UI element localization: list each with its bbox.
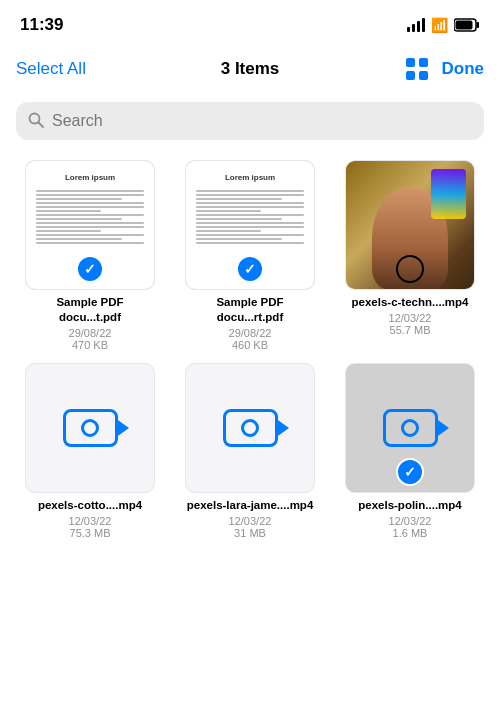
file-name: pexels-lara-jame....mp4 <box>185 498 315 513</box>
file-size: 55.7 MB <box>390 324 431 336</box>
selected-check-icon <box>76 255 104 283</box>
selected-check-icon <box>236 255 264 283</box>
svg-rect-6 <box>419 71 428 80</box>
file-name: Sample PDF docu...rt.pdf <box>185 295 315 325</box>
file-thumbnail <box>345 160 475 290</box>
file-date: 12/03/22 <box>389 312 432 324</box>
file-thumbnail <box>25 363 155 493</box>
toolbar-title: 3 Items <box>172 59 328 79</box>
video-icon <box>186 364 314 492</box>
list-item[interactable]: pexels-cotto....mp4 12/03/22 75.3 MB <box>16 363 164 539</box>
svg-line-8 <box>39 122 44 127</box>
file-name: pexels-c-techn....mp4 <box>345 295 475 310</box>
list-item[interactable]: pexels-polin....mp4 12/03/22 1.6 MB <box>336 363 484 539</box>
file-size: 75.3 MB <box>70 527 111 539</box>
file-date: 12/03/22 <box>69 515 112 527</box>
svg-rect-1 <box>477 22 480 28</box>
svg-rect-4 <box>419 58 428 67</box>
list-item[interactable]: pexels-c-techn....mp4 12/03/22 55.7 MB <box>336 160 484 351</box>
search-bar <box>16 102 484 140</box>
grid-view-icon[interactable] <box>406 58 428 80</box>
select-all-button[interactable]: Select All <box>16 59 172 79</box>
file-date: 29/08/22 <box>229 327 272 339</box>
file-size: 470 KB <box>72 339 108 351</box>
list-item[interactable]: Lorem ipsum <box>16 160 164 351</box>
svg-rect-2 <box>456 21 473 30</box>
file-size: 460 KB <box>232 339 268 351</box>
search-input[interactable] <box>52 112 472 130</box>
status-time: 11:39 <box>20 15 63 35</box>
svg-rect-3 <box>406 58 415 67</box>
file-date: 12/03/22 <box>229 515 272 527</box>
toolbar-right: Done <box>328 58 484 80</box>
video-icon <box>26 364 154 492</box>
file-name: Sample PDF docu...t.pdf <box>25 295 155 325</box>
list-item[interactable]: Lorem ipsum <box>176 160 324 351</box>
file-size: 31 MB <box>234 527 266 539</box>
file-date: 29/08/22 <box>69 327 112 339</box>
status-bar: 11:39 📶 <box>0 0 500 44</box>
battery-icon <box>454 18 480 32</box>
wifi-icon: 📶 <box>431 17 448 33</box>
files-grid: Lorem ipsum <box>0 152 500 555</box>
file-size: 1.6 MB <box>393 527 428 539</box>
unselected-circle-icon <box>396 255 424 283</box>
file-thumbnail: Lorem ipsum <box>25 160 155 290</box>
selected-check-icon <box>396 458 424 486</box>
file-thumbnail: Lorem ipsum <box>185 160 315 290</box>
toolbar: Select All 3 Items Done <box>0 44 500 94</box>
done-button[interactable]: Done <box>442 59 485 79</box>
svg-rect-5 <box>406 71 415 80</box>
file-thumbnail <box>185 363 315 493</box>
list-item[interactable]: pexels-lara-jame....mp4 12/03/22 31 MB <box>176 363 324 539</box>
file-name: pexels-cotto....mp4 <box>25 498 155 513</box>
search-icon <box>28 112 44 131</box>
file-thumbnail <box>345 363 475 493</box>
signal-icon <box>407 18 425 32</box>
file-date: 12/03/22 <box>389 515 432 527</box>
file-name: pexels-polin....mp4 <box>345 498 475 513</box>
status-icons: 📶 <box>407 17 480 33</box>
search-container <box>0 94 500 152</box>
